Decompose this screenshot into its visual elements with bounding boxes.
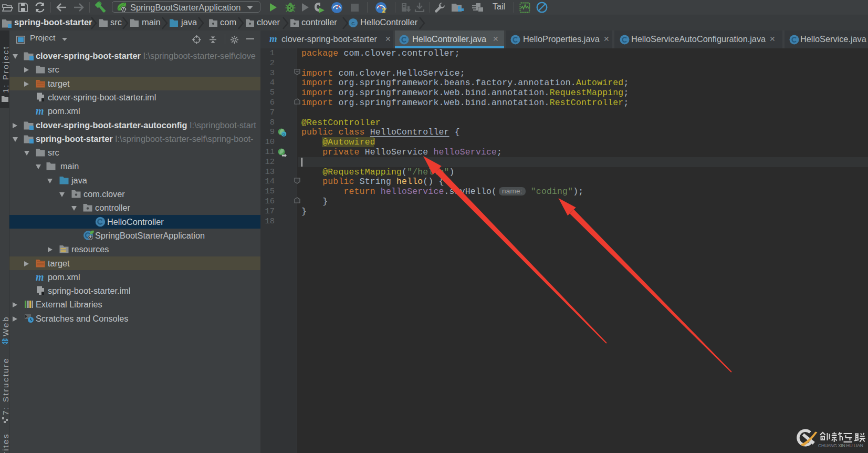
svg-text:G: G [283, 132, 285, 136]
svg-text:c: c [351, 20, 355, 27]
